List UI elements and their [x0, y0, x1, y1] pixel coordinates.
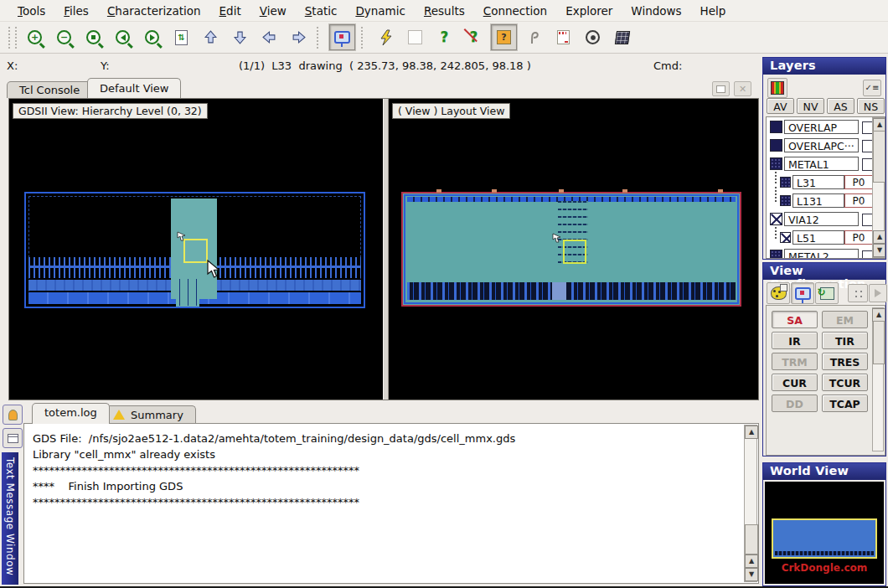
zoom-next-icon[interactable] — [140, 25, 164, 49]
layer-name[interactable]: L31 — [792, 175, 844, 189]
layout-selection-rect[interactable] — [563, 240, 586, 264]
close-pane-button[interactable]: ✕ — [734, 81, 751, 96]
pan-down-icon[interactable] — [228, 25, 252, 49]
query-icon[interactable]: ? — [432, 25, 457, 49]
layout-canvas[interactable]: GDSII View: Hierarchy Level (0, 32) ( Vi… — [8, 98, 759, 400]
menu-dynamic[interactable]: Dynamic — [346, 3, 415, 19]
redraw-icon[interactable]: ⇅ — [169, 25, 194, 49]
none-visible-button[interactable]: NV — [797, 98, 824, 114]
scroll-thumb[interactable] — [873, 321, 885, 364]
layer-list-scrollbar[interactable]: ▲ ▲ ▼ — [872, 117, 885, 258]
layout-window-icon[interactable] — [791, 282, 814, 304]
menu-edit[interactable]: Edit — [210, 3, 250, 19]
query-off-icon[interactable]: ? — [462, 25, 486, 49]
layer-swatch[interactable] — [780, 195, 791, 206]
layer-name[interactable]: METAL2 — [784, 249, 859, 259]
scroll-down-icon[interactable]: ▼ — [873, 244, 885, 257]
scroll-up-icon[interactable]: ▲ — [745, 426, 758, 439]
toolbar-handle[interactable] — [8, 27, 17, 49]
pan-up-icon[interactable] — [199, 25, 223, 49]
world-view-canvas[interactable]: CrkDongle.com — [765, 482, 884, 584]
config-button-tir[interactable]: TIR — [822, 332, 868, 349]
zoom-in-icon[interactable]: + — [23, 25, 47, 49]
layer-purpose[interactable]: P0 — [844, 175, 873, 189]
palette-icon[interactable] — [767, 282, 790, 304]
layer-purpose[interactable]: P0 — [844, 230, 873, 245]
menu-connection[interactable]: Connection — [474, 3, 556, 19]
layer-name[interactable]: VIA12 — [784, 212, 859, 226]
zoom-previous-icon[interactable] — [111, 25, 135, 49]
config-button-tcur[interactable]: TCUR — [822, 374, 868, 391]
pan-right-icon[interactable] — [287, 25, 311, 49]
log-text: GDS File: /nfs/sjo2ae512-1.data2/amehta/… — [33, 431, 740, 580]
layer-purpose[interactable]: P0 — [844, 193, 873, 208]
config-button-cur[interactable]: CUR — [772, 374, 818, 391]
menu-characterization[interactable]: Characterization — [98, 3, 210, 19]
menu-view[interactable]: View — [250, 3, 296, 19]
layout-window-icon[interactable] — [329, 24, 355, 50]
layer-swatch[interactable] — [780, 232, 791, 243]
gdsii-selection-rect[interactable] — [183, 239, 208, 263]
menu-explorer[interactable]: Explorer — [556, 3, 622, 19]
menu-files[interactable]: Files — [54, 3, 98, 19]
view-config-scrollbar[interactable]: ▲ — [872, 307, 884, 451]
blank-swatch-icon[interactable] — [403, 25, 427, 49]
layer-name[interactable]: OVERLAP — [784, 120, 859, 134]
all-visible-button[interactable]: AV — [767, 98, 794, 114]
log-output-area[interactable]: GDS File: /nfs/sjo2ae512-1.data2/amehta/… — [23, 423, 759, 584]
canvas-splitter[interactable] — [383, 99, 389, 400]
menu-static[interactable]: Static — [296, 3, 347, 19]
probe-icon[interactable] — [522, 25, 546, 49]
zoom-out-icon[interactable]: − — [52, 25, 76, 49]
capture-icon[interactable] — [581, 25, 605, 49]
config-button-ir[interactable]: IR — [772, 332, 818, 349]
tab-totem-log[interactable]: totem.log — [32, 403, 110, 424]
scroll-thumb[interactable] — [873, 131, 885, 183]
scroll-up-icon[interactable]: ▲ — [873, 230, 885, 244]
layer-swatch[interactable] — [770, 157, 782, 170]
text-message-window-bar[interactable]: Text Message Window — [2, 452, 18, 585]
notes-icon[interactable] — [551, 25, 576, 49]
scroll-thumb[interactable] — [745, 524, 758, 554]
layer-swatch[interactable] — [780, 177, 791, 188]
config-button-tcap[interactable]: TCAP — [822, 395, 868, 412]
layer-name[interactable]: L131 — [792, 193, 844, 208]
message-lamp-icon[interactable] — [3, 405, 23, 425]
tab-tcl-console[interactable]: Tcl Console — [7, 81, 92, 98]
all-selectable-button[interactable]: AS — [827, 98, 854, 114]
zoom-selection-icon[interactable] — [81, 25, 106, 49]
log-scrollbar[interactable]: ▲ ▲ ▼ — [744, 425, 757, 582]
config-button-sa[interactable]: SA — [772, 311, 818, 328]
info-query-icon[interactable]: ? — [491, 24, 517, 50]
menu-help[interactable]: Help — [691, 3, 736, 19]
scroll-up-icon[interactable]: ▲ — [873, 118, 885, 132]
scroll-up-icon[interactable]: ▲ — [872, 308, 885, 322]
menu-windows[interactable]: Windows — [622, 3, 690, 19]
layer-swatch[interactable] — [770, 213, 782, 225]
config-button-tres[interactable]: TRES — [822, 353, 868, 370]
menu-tools[interactable]: Tools — [8, 3, 54, 19]
restore-pane-button[interactable] — [712, 81, 730, 96]
layer-palette-icon[interactable] — [767, 78, 787, 98]
import-view-icon[interactable] — [815, 282, 839, 304]
layer-name[interactable]: L51 — [792, 230, 844, 245]
world-view-extent-rect[interactable] — [772, 518, 877, 559]
menu-results[interactable]: Results — [415, 3, 474, 19]
layer-name[interactable]: METAL1 — [784, 157, 859, 171]
scroll-down-icon[interactable]: ▼ — [745, 568, 758, 581]
layer-swatch[interactable] — [770, 250, 782, 259]
layer-list: OVERLAP OVERLAPC··· METAL1 L31 P0 — [766, 116, 885, 259]
flash-icon[interactable] — [374, 25, 398, 49]
pan-left-icon[interactable] — [257, 25, 281, 49]
layer-swatch[interactable] — [770, 139, 782, 152]
layer-checklist-icon[interactable]: ✓≡ — [863, 80, 881, 96]
tab-default-view[interactable]: Default View — [87, 78, 181, 98]
layer-swatch[interactable] — [770, 121, 782, 133]
layer-name[interactable]: OVERLAPC··· — [784, 138, 859, 152]
menu-bar: Tools Files Characterization Edit View S… — [0, 0, 888, 22]
scroll-up-icon[interactable]: ▲ — [745, 554, 758, 568]
array-icon[interactable] — [610, 25, 634, 49]
console-window-icon[interactable] — [3, 428, 23, 448]
tab-summary[interactable]: Summary — [101, 405, 196, 424]
none-selectable-button[interactable]: NS — [857, 98, 885, 114]
